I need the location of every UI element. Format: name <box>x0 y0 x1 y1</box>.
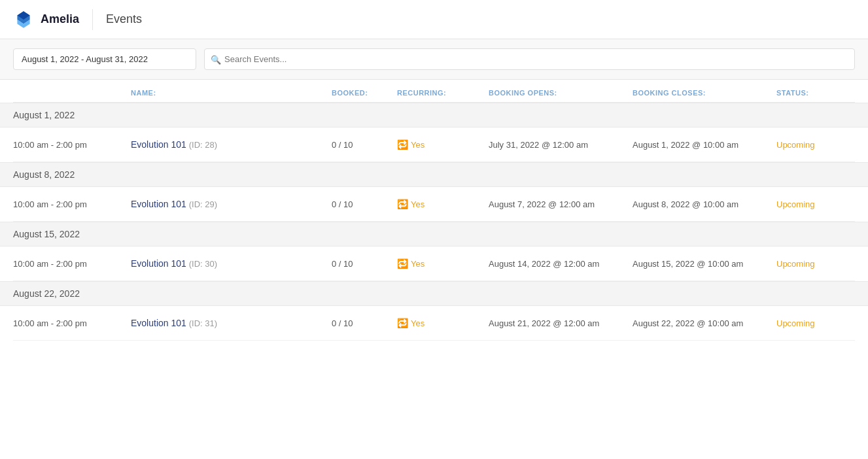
event-booking-opens: August 14, 2022 @ 12:00 am <box>489 259 633 269</box>
logo-area: Amelia <box>13 9 93 30</box>
table-row[interactable]: 10:00 am - 2:00 pm Evolution 101 (ID: 31… <box>13 306 855 341</box>
status-badge: Upcoming <box>776 259 855 269</box>
event-booked: 0 / 10 <box>332 259 397 269</box>
event-name: Evolution 101 (ID: 30) <box>131 258 332 269</box>
status-badge: Upcoming <box>776 199 855 209</box>
recurring-icon: 🔁 <box>397 258 408 269</box>
col-header-booking-closes: BOOKING CLOSES: <box>633 89 776 97</box>
event-booking-closes: August 15, 2022 @ 10:00 am <box>633 259 776 269</box>
event-time: 10:00 am - 2:00 pm <box>13 318 131 328</box>
app-logo-text: Amelia <box>41 12 79 26</box>
event-booking-opens: August 7, 2022 @ 12:00 am <box>489 199 633 209</box>
event-booked: 0 / 10 <box>332 140 397 150</box>
table-row[interactable]: 10:00 am - 2:00 pm Evolution 101 (ID: 30… <box>13 246 855 281</box>
col-header-name: NAME: <box>131 89 332 97</box>
col-header-time <box>13 89 131 97</box>
col-header-status: STATUS: <box>776 89 855 97</box>
page-title: Events <box>106 12 142 26</box>
event-id: (ID: 31) <box>189 318 217 328</box>
toolbar: 🔍 <box>0 39 868 80</box>
column-headers: NAME: BOOKED: RECURRING: BOOKING OPENS: … <box>13 80 855 103</box>
event-id: (ID: 30) <box>189 259 217 269</box>
event-booking-opens: July 31, 2022 @ 12:00 am <box>489 140 633 150</box>
event-time: 10:00 am - 2:00 pm <box>13 140 131 150</box>
event-booking-closes: August 8, 2022 @ 10:00 am <box>633 199 776 209</box>
event-recurring: 🔁 Yes <box>397 258 489 269</box>
recurring-label: Yes <box>411 140 425 150</box>
event-time: 10:00 am - 2:00 pm <box>13 259 131 269</box>
event-recurring: 🔁 Yes <box>397 318 489 328</box>
date-group-header: August 1, 2022 <box>0 103 868 128</box>
event-name: Evolution 101 (ID: 31) <box>131 318 332 328</box>
recurring-icon: 🔁 <box>397 318 408 328</box>
event-booking-closes: August 22, 2022 @ 10:00 am <box>633 318 776 328</box>
status-badge: Upcoming <box>776 318 855 328</box>
event-booked: 0 / 10 <box>332 199 397 209</box>
search-input[interactable] <box>204 48 855 70</box>
event-recurring: 🔁 Yes <box>397 199 489 209</box>
amelia-logo-icon <box>13 9 34 30</box>
search-wrapper: 🔍 <box>204 48 855 70</box>
recurring-label: Yes <box>411 199 425 209</box>
date-group-header: August 8, 2022 <box>0 162 868 187</box>
event-booked: 0 / 10 <box>332 318 397 328</box>
table-row[interactable]: 10:00 am - 2:00 pm Evolution 101 (ID: 29… <box>13 187 855 222</box>
date-range-input[interactable] <box>13 48 196 70</box>
table-row[interactable]: 10:00 am - 2:00 pm Evolution 101 (ID: 28… <box>13 128 855 162</box>
recurring-label: Yes <box>411 318 425 328</box>
events-table: NAME: BOOKED: RECURRING: BOOKING OPENS: … <box>0 80 868 341</box>
recurring-label: Yes <box>411 259 425 269</box>
app-header: Amelia Events <box>0 0 868 39</box>
recurring-icon: 🔁 <box>397 139 408 150</box>
event-recurring: 🔁 Yes <box>397 139 489 150</box>
status-badge: Upcoming <box>776 140 855 150</box>
event-name: Evolution 101 (ID: 28) <box>131 139 332 150</box>
event-time: 10:00 am - 2:00 pm <box>13 199 131 209</box>
event-booking-opens: August 21, 2022 @ 12:00 am <box>489 318 633 328</box>
recurring-icon: 🔁 <box>397 199 408 209</box>
col-header-booked: BOOKED: <box>332 89 397 97</box>
event-booking-closes: August 1, 2022 @ 10:00 am <box>633 140 776 150</box>
event-id: (ID: 28) <box>189 140 217 150</box>
event-id: (ID: 29) <box>189 199 217 209</box>
date-group-header: August 22, 2022 <box>0 281 868 306</box>
search-icon: 🔍 <box>211 54 221 64</box>
date-group-header: August 15, 2022 <box>0 222 868 246</box>
col-header-booking-opens: BOOKING OPENS: <box>489 89 633 97</box>
col-header-recurring: RECURRING: <box>397 89 489 97</box>
event-name: Evolution 101 (ID: 29) <box>131 199 332 209</box>
events-body: August 1, 2022 10:00 am - 2:00 pm Evolut… <box>13 103 855 341</box>
